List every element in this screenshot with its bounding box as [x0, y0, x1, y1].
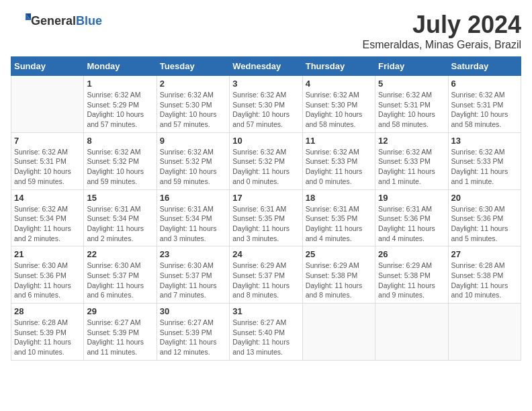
day-info: Sunrise: 6:31 AM Sunset: 5:35 PM Dayligh…	[306, 204, 372, 244]
day-info: Sunrise: 6:29 AM Sunset: 5:37 PM Dayligh…	[232, 261, 299, 300]
day-cell: 10Sunrise: 6:32 AM Sunset: 5:32 PM Dayli…	[230, 132, 302, 189]
day-number: 12	[378, 136, 445, 146]
week-row-3: 14Sunrise: 6:32 AM Sunset: 5:34 PM Dayli…	[11, 189, 521, 246]
day-cell: 25Sunrise: 6:29 AM Sunset: 5:38 PM Dayli…	[302, 246, 375, 304]
day-info: Sunrise: 6:32 AM Sunset: 5:33 PM Dayligh…	[306, 147, 372, 187]
day-info: Sunrise: 6:32 AM Sunset: 5:30 PM Dayligh…	[160, 90, 226, 130]
day-cell: 16Sunrise: 6:31 AM Sunset: 5:34 PM Dayli…	[157, 189, 229, 246]
day-info: Sunrise: 6:32 AM Sunset: 5:32 PM Dayligh…	[160, 147, 226, 187]
month-title: July 2024	[362, 11, 521, 39]
weekday-header-saturday: Saturday	[448, 57, 521, 76]
day-info: Sunrise: 6:30 AM Sunset: 5:37 PM Dayligh…	[87, 261, 153, 300]
weekday-header-thursday: Thursday	[302, 57, 375, 76]
week-row-5: 28Sunrise: 6:28 AM Sunset: 5:39 PM Dayli…	[11, 304, 521, 361]
day-cell	[302, 304, 375, 361]
day-info: Sunrise: 6:30 AM Sunset: 5:37 PM Dayligh…	[160, 261, 226, 300]
day-info: Sunrise: 6:28 AM Sunset: 5:38 PM Dayligh…	[451, 261, 518, 300]
day-cell: 5Sunrise: 6:32 AM Sunset: 5:31 PM Daylig…	[375, 76, 448, 133]
day-number: 24	[232, 249, 299, 259]
weekday-header-row: SundayMondayTuesdayWednesdayThursdayFrid…	[11, 57, 521, 76]
day-info: Sunrise: 6:31 AM Sunset: 5:36 PM Dayligh…	[378, 204, 445, 244]
day-info: Sunrise: 6:31 AM Sunset: 5:34 PM Dayligh…	[87, 204, 153, 244]
day-number: 21	[14, 249, 81, 259]
day-number: 15	[87, 193, 153, 203]
day-cell: 14Sunrise: 6:32 AM Sunset: 5:34 PM Dayli…	[11, 189, 84, 246]
week-row-1: 1Sunrise: 6:32 AM Sunset: 5:29 PM Daylig…	[11, 76, 521, 133]
day-number: 5	[378, 79, 445, 89]
day-info: Sunrise: 6:31 AM Sunset: 5:34 PM Dayligh…	[160, 204, 226, 244]
weekday-header-monday: Monday	[84, 57, 157, 76]
weekday-header-wednesday: Wednesday	[230, 57, 302, 76]
day-cell: 22Sunrise: 6:30 AM Sunset: 5:37 PM Dayli…	[84, 246, 157, 304]
day-number: 11	[306, 136, 372, 146]
day-number: 20	[451, 193, 518, 203]
weekday-header-sunday: Sunday	[11, 57, 84, 76]
day-info: Sunrise: 6:29 AM Sunset: 5:38 PM Dayligh…	[378, 261, 445, 300]
day-number: 31	[232, 306, 299, 316]
day-number: 7	[14, 136, 81, 146]
day-cell: 28Sunrise: 6:28 AM Sunset: 5:39 PM Dayli…	[11, 304, 84, 361]
day-number: 25	[306, 249, 372, 259]
day-number: 23	[160, 249, 226, 259]
day-cell	[11, 76, 84, 133]
day-info: Sunrise: 6:30 AM Sunset: 5:36 PM Dayligh…	[451, 204, 518, 244]
day-cell: 29Sunrise: 6:27 AM Sunset: 5:39 PM Dayli…	[84, 304, 157, 361]
day-number: 26	[378, 249, 445, 259]
day-number: 6	[451, 79, 518, 89]
day-number: 28	[14, 306, 81, 316]
week-row-4: 21Sunrise: 6:30 AM Sunset: 5:36 PM Dayli…	[11, 246, 521, 304]
day-info: Sunrise: 6:32 AM Sunset: 5:32 PM Dayligh…	[232, 147, 299, 187]
day-number: 19	[378, 193, 445, 203]
day-cell: 15Sunrise: 6:31 AM Sunset: 5:34 PM Dayli…	[84, 189, 157, 246]
header: GeneralBlue July 2024 Esmeraldas, Minas …	[11, 11, 521, 51]
day-info: Sunrise: 6:32 AM Sunset: 5:34 PM Dayligh…	[14, 204, 81, 244]
day-cell: 13Sunrise: 6:32 AM Sunset: 5:33 PM Dayli…	[448, 132, 521, 189]
day-number: 9	[160, 136, 226, 146]
day-info: Sunrise: 6:32 AM Sunset: 5:31 PM Dayligh…	[451, 90, 518, 130]
day-info: Sunrise: 6:32 AM Sunset: 5:31 PM Dayligh…	[378, 90, 445, 130]
logo-text: GeneralBlue	[31, 14, 102, 28]
day-cell: 7Sunrise: 6:32 AM Sunset: 5:31 PM Daylig…	[11, 132, 84, 189]
day-cell: 1Sunrise: 6:32 AM Sunset: 5:29 PM Daylig…	[84, 76, 157, 133]
day-number: 4	[306, 79, 372, 89]
day-cell: 4Sunrise: 6:32 AM Sunset: 5:30 PM Daylig…	[302, 76, 375, 133]
day-number: 10	[232, 136, 299, 146]
day-number: 14	[14, 193, 81, 203]
day-cell: 24Sunrise: 6:29 AM Sunset: 5:37 PM Dayli…	[230, 246, 302, 304]
day-number: 27	[451, 249, 518, 259]
day-number: 3	[232, 79, 299, 89]
day-cell: 20Sunrise: 6:30 AM Sunset: 5:36 PM Dayli…	[448, 189, 521, 246]
day-cell: 17Sunrise: 6:31 AM Sunset: 5:35 PM Dayli…	[230, 189, 302, 246]
day-cell: 19Sunrise: 6:31 AM Sunset: 5:36 PM Dayli…	[375, 189, 448, 246]
day-number: 16	[160, 193, 226, 203]
logo-icon	[11, 11, 31, 31]
week-row-2: 7Sunrise: 6:32 AM Sunset: 5:31 PM Daylig…	[11, 132, 521, 189]
calendar-table: SundayMondayTuesdayWednesdayThursdayFrid…	[11, 56, 521, 361]
weekday-header-tuesday: Tuesday	[157, 57, 229, 76]
weekday-header-friday: Friday	[375, 57, 448, 76]
day-info: Sunrise: 6:28 AM Sunset: 5:39 PM Dayligh…	[14, 318, 81, 357]
day-info: Sunrise: 6:32 AM Sunset: 5:31 PM Dayligh…	[14, 147, 81, 187]
day-cell: 31Sunrise: 6:27 AM Sunset: 5:40 PM Dayli…	[230, 304, 302, 361]
day-number: 1	[87, 79, 153, 89]
title-area: July 2024 Esmeraldas, Minas Gerais, Braz…	[362, 11, 521, 51]
day-info: Sunrise: 6:27 AM Sunset: 5:39 PM Dayligh…	[160, 318, 226, 357]
day-cell: 3Sunrise: 6:32 AM Sunset: 5:30 PM Daylig…	[230, 76, 302, 133]
day-number: 8	[87, 136, 153, 146]
day-cell	[448, 304, 521, 361]
day-info: Sunrise: 6:29 AM Sunset: 5:38 PM Dayligh…	[306, 261, 372, 300]
day-number: 30	[160, 306, 226, 316]
day-cell: 27Sunrise: 6:28 AM Sunset: 5:38 PM Dayli…	[448, 246, 521, 304]
day-info: Sunrise: 6:32 AM Sunset: 5:30 PM Dayligh…	[306, 90, 372, 130]
day-number: 17	[232, 193, 299, 203]
day-info: Sunrise: 6:32 AM Sunset: 5:30 PM Dayligh…	[232, 90, 299, 130]
day-number: 2	[160, 79, 226, 89]
day-cell: 12Sunrise: 6:32 AM Sunset: 5:33 PM Dayli…	[375, 132, 448, 189]
day-info: Sunrise: 6:32 AM Sunset: 5:33 PM Dayligh…	[378, 147, 445, 187]
day-info: Sunrise: 6:32 AM Sunset: 5:29 PM Dayligh…	[87, 90, 153, 130]
day-cell: 9Sunrise: 6:32 AM Sunset: 5:32 PM Daylig…	[157, 132, 229, 189]
logo: GeneralBlue	[11, 11, 102, 31]
day-info: Sunrise: 6:32 AM Sunset: 5:32 PM Dayligh…	[87, 147, 153, 187]
day-cell: 26Sunrise: 6:29 AM Sunset: 5:38 PM Dayli…	[375, 246, 448, 304]
day-cell: 11Sunrise: 6:32 AM Sunset: 5:33 PM Dayli…	[302, 132, 375, 189]
